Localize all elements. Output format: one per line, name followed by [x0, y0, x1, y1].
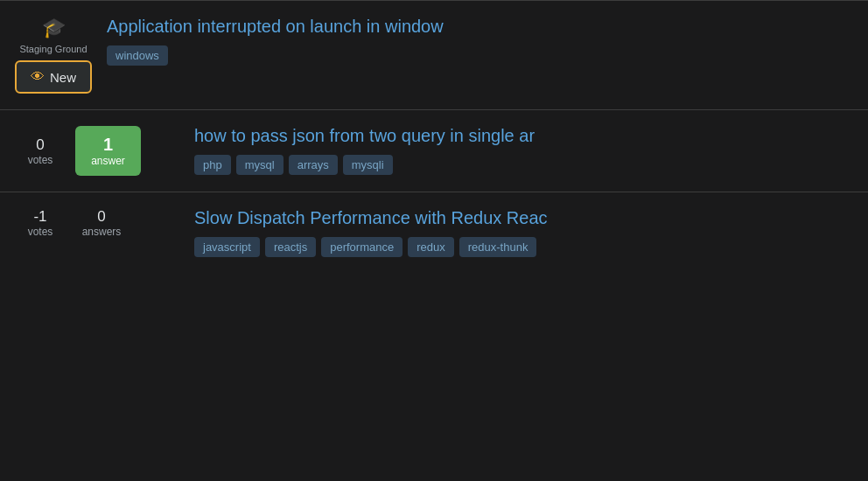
tag-mysqli[interactable]: mysqli [343, 155, 393, 175]
question-tags: windows [107, 45, 854, 66]
tag-redux-thunk[interactable]: redux-thunk [459, 237, 537, 257]
vote-block: 0 votes [14, 136, 66, 166]
tag-mysql[interactable]: mysql [236, 155, 284, 175]
vote-label: votes [28, 154, 53, 166]
question-tags: javascript reactjs performance redux red… [194, 237, 854, 257]
answer-box: 1 answer [75, 126, 141, 176]
question-item: 🎓 Staging Ground 👁 New Application inter… [0, 0, 868, 109]
votes-answers-pair: 0 votes 1 answer [14, 126, 180, 176]
vote-block: -1 votes [14, 208, 66, 238]
new-badge[interactable]: 👁 New [15, 60, 92, 94]
question-tags: php mysql arrays mysqli [194, 155, 854, 175]
votes-answers-pair: -1 votes 0 answers [14, 208, 180, 238]
staging-ground-area: 🎓 Staging Ground [19, 17, 87, 55]
question-list: 🎓 Staging Ground 👁 New Application inter… [0, 0, 868, 273]
tag-arrays[interactable]: arrays [289, 155, 338, 175]
question-item: -1 votes 0 answers Slow Dispatch Perform… [0, 192, 868, 273]
vote-count: -1 [33, 208, 46, 226]
question-title[interactable]: Slow Dispatch Performance with Redux Rea… [194, 208, 854, 228]
tag-php[interactable]: php [194, 155, 231, 175]
question-title[interactable]: Application interrupted on launch in win… [107, 17, 854, 37]
tag-performance[interactable]: performance [321, 237, 402, 257]
question-content: Application interrupted on launch in win… [107, 17, 854, 66]
question-meta: 🎓 Staging Ground 👁 New [14, 17, 93, 94]
vote-label: votes [28, 226, 53, 238]
staging-icon: 🎓 [42, 17, 66, 39]
answers-count: 0 [97, 208, 105, 226]
answers-label: answers [82, 226, 122, 238]
tag-windows[interactable]: windows [107, 45, 168, 66]
tag-javascript[interactable]: javascript [194, 237, 260, 257]
question-item: 0 votes 1 answer how to pass json from t… [0, 109, 868, 192]
vote-count: 0 [36, 136, 44, 154]
answer-block: 0 answers [75, 208, 128, 238]
new-badge-label: New [50, 70, 76, 85]
staging-label: Staging Ground [19, 43, 87, 55]
tag-redux[interactable]: redux [408, 237, 454, 257]
question-content: Slow Dispatch Performance with Redux Rea… [194, 208, 854, 257]
question-title[interactable]: how to pass json from two query in singl… [194, 126, 854, 146]
question-content: how to pass json from two query in singl… [194, 126, 854, 175]
tag-reactjs[interactable]: reactjs [265, 237, 316, 257]
eye-icon: 👁 [31, 69, 45, 85]
answer-label: answer [91, 155, 125, 167]
answer-count: 1 [103, 135, 113, 155]
